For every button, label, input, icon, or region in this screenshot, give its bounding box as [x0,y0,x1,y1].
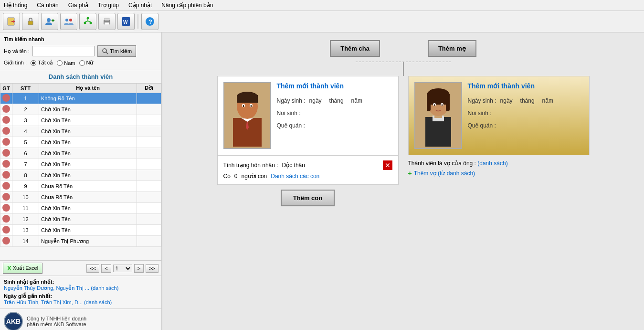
avatar [2,149,10,157]
male-card-title: Thêm mới thành viên [277,82,387,90]
gender-all[interactable]: Tất cả [31,60,53,66]
avatar [2,116,10,124]
search-area: Tìm kiếm nhanh Họ và tên : Tìm kiếm Giới… [0,32,161,70]
svg-point-35 [250,105,252,107]
col-doi: Đời [137,84,161,93]
doi-cell [137,137,161,148]
table-row[interactable]: 6Chờ Xin Tên [0,148,161,159]
avatar [2,127,10,135]
menu-tro-giup[interactable]: Trợ giúp [96,1,121,10]
right-panel: Thêm cha Thêm mẹ [162,32,644,330]
export-excel-button[interactable]: X Xuất Excel [3,263,42,274]
lock-button[interactable] [22,13,39,30]
stt-cell: 1 [12,93,39,104]
female-card-header: Thêm mới thành viên Ngày sinh : ngày thá… [409,76,589,155]
doi-cell [137,181,161,192]
menu-he-thong[interactable]: Hệ thống [2,1,29,10]
group-button[interactable] [60,13,77,30]
avatar [2,182,10,190]
menu-cap-nhat[interactable]: Cập nhật [127,1,154,10]
avatar-cell [0,126,12,137]
deathday-list-link[interactable]: (danh sách) [84,299,112,305]
table-row[interactable]: 14Nguyễn Thị Phương [0,236,161,247]
doi-cell [137,93,161,104]
birthday-text[interactable]: Nguyễn Thùy Dương, Nguyễn Thị ... [4,285,89,291]
gender-nam[interactable]: Nam [57,60,75,66]
table-row[interactable]: 5Chờ Xin Tên [0,137,161,148]
menu-gia-pha[interactable]: Gia phả [66,1,90,10]
connector-svg [332,62,475,76]
search-row: Họ và tên : Tìm kiếm [4,45,158,57]
radio-nam[interactable] [57,60,63,66]
avatar [2,105,10,113]
prev-page-button[interactable]: < [101,264,111,273]
avatar [2,171,10,179]
name-cell: Chờ Xin Tên [39,126,137,137]
table-row[interactable]: 11Chờ Xin Tên [0,203,161,214]
radio-tat-ca[interactable] [31,60,36,66]
table-row[interactable]: 12Chờ Xin Tên [0,214,161,225]
exit-button[interactable] [3,13,20,30]
search-button[interactable]: Tìm kiếm [97,45,136,57]
last-page-button[interactable]: >> [146,264,158,273]
add-person-button[interactable] [41,13,58,30]
member-table: GT STT Họ và tên Đời 1Không Rõ Tên2Chờ X… [0,83,161,247]
add-wife-row[interactable]: + Thêm vợ (từ danh sách) [408,170,590,177]
male-column: Thêm mới thành viên Ngày sinh : ngày thá… [217,76,399,206]
name-label: Họ và tên : [4,48,30,54]
doi-cell [137,126,161,137]
add-mother-button[interactable]: Thêm mẹ [428,40,476,57]
add-child-button[interactable]: Thêm con [281,190,335,206]
svg-text:?: ? [148,18,152,25]
table-row[interactable]: 2Chờ Xin Tên [0,104,161,115]
avatar-cell [0,225,12,236]
marital-area: Tình trạng hôn nhân : Độc thân ✕ Có 0 ng… [217,155,399,185]
table-row[interactable]: 1Không Rõ Tên [0,93,161,104]
deathday-text[interactable]: Trần Hữu Tình, Trần Thị Xim, D... [4,299,83,305]
member-list-section: Danh sách thành viên GT STT Họ và tên Đờ… [0,70,161,260]
avatar [2,160,10,168]
add-father-button[interactable]: Thêm cha [330,40,380,57]
birthday-list-link[interactable]: (danh sách) [91,285,118,291]
menu-nang-cap[interactable]: Nâng cấp phiên bản [159,1,215,10]
children-list-link[interactable]: Danh sách các con [271,173,319,180]
table-row[interactable]: 9Chưa Rõ Tên [0,181,161,192]
menu-ca-nhan[interactable]: Cá nhân [35,1,60,10]
doi-cell [137,214,161,225]
table-row[interactable]: 7Chờ Xin Tên [0,159,161,170]
svg-line-13 [85,21,88,22]
table-row[interactable]: 8Chờ Xin Tên [0,170,161,181]
help-button[interactable]: ? [141,13,158,30]
table-row[interactable]: 4Chờ Xin Tên [0,126,161,137]
avatar-cell [0,93,12,104]
main-layout: Tìm kiếm nhanh Họ và tên : Tìm kiếm Giới… [0,32,644,330]
svg-line-14 [88,21,91,22]
table-row[interactable]: 13Chờ Xin Tên [0,225,161,236]
spouse-list-link[interactable]: (danh sách) [477,160,507,167]
stt-cell: 10 [12,192,39,203]
next-page-button[interactable]: > [134,264,144,273]
svg-rect-16 [105,18,109,21]
radio-nu[interactable] [79,60,85,66]
avatar [2,215,10,223]
table-row[interactable]: 10Chưa Rõ Tên [0,192,161,203]
add-wife-label[interactable]: Thêm vợ (từ danh sách) [414,170,475,177]
avatar [2,138,10,146]
search-input[interactable] [32,46,95,56]
page-select[interactable]: 1 [113,265,132,272]
svg-point-7 [65,19,68,21]
male-photo [223,82,271,149]
family-tree-button[interactable] [79,13,96,30]
word-button[interactable]: W [117,13,135,30]
delete-marital-button[interactable]: ✕ [383,160,392,170]
svg-point-4 [47,18,51,22]
first-page-button[interactable]: << [86,264,99,273]
svg-rect-45 [446,100,450,111]
stt-cell: 11 [12,203,39,214]
print-button[interactable] [98,13,116,30]
gender-nu[interactable]: Nữ [79,60,94,66]
pagination: X Xuất Excel << < 1 > >> [0,260,161,276]
table-container[interactable]: GT STT Họ và tên Đời 1Không Rõ Tên2Chờ X… [0,83,161,260]
table-row[interactable]: 3Chờ Xin Tên [0,115,161,126]
svg-point-9 [87,17,89,20]
